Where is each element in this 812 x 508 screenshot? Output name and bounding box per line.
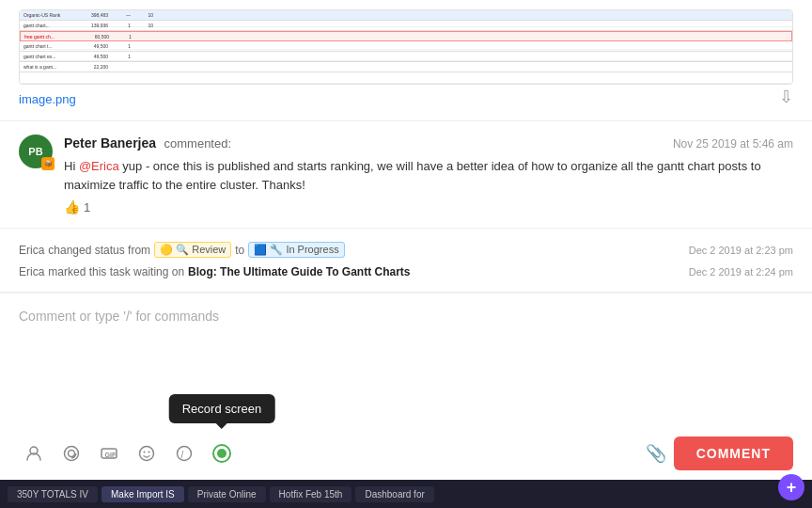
svg-point-5 (140, 447, 154, 461)
image-table-mock: Organic-US Rank 398,483 — 10 gantt chart… (20, 10, 792, 84)
svg-text:GIF: GIF (105, 452, 117, 458)
record-icon-circle (212, 444, 231, 463)
emoji-icon[interactable] (132, 438, 162, 468)
taskbar-item-1[interactable]: Make Import IS (102, 486, 184, 502)
taskbar: 350Y TOTALS IV Make Import IS Private On… (0, 480, 812, 508)
image-preview: Organic-US Rank 398,483 — 10 gantt chart… (19, 9, 793, 85)
activity-section: Erica changed status from 🟡 🔍 Review to … (0, 229, 812, 293)
comment-button[interactable]: COMMENT (674, 437, 793, 470)
activity-link[interactable]: Blog: The Ultimate Guide To Gantt Charts (188, 265, 410, 278)
svg-text:/: / (181, 450, 184, 460)
activity-actor-2: Erica (19, 265, 44, 278)
record-screen-icon[interactable]: Record screen (207, 438, 237, 468)
activity-timestamp-2: Dec 2 2019 at 2:24 pm (689, 266, 793, 278)
activity-arrow-1: to (235, 244, 244, 257)
like-count: 1 (84, 200, 90, 214)
image-filename[interactable]: image.png (19, 92, 76, 106)
avatar: PB 📦 (19, 135, 53, 168)
mention-icon[interactable] (56, 438, 86, 468)
svg-point-7 (148, 452, 150, 453)
svg-point-6 (144, 452, 146, 453)
status-badge-from: 🟡 🔍 Review (154, 242, 231, 258)
taskbar-item-0[interactable]: 350Y TOTALS IV (8, 486, 98, 502)
download-icon[interactable]: ⇩ (779, 87, 793, 107)
taskbar-item-3[interactable]: Hotfix Feb 15th (270, 486, 352, 502)
thumbs-up-icon[interactable]: 👍 (64, 199, 80, 214)
svg-point-8 (178, 447, 192, 461)
activity-row-2: Erica marked this task waiting on Blog: … (19, 262, 793, 282)
comment-text-after-mention: yup - once this is published and starts … (64, 159, 761, 192)
input-section: Comment or type '/' for commands (0, 293, 812, 480)
avatar-initials: PB (28, 146, 42, 157)
activity-timestamp-1: Dec 2 2019 at 2:23 pm (689, 245, 793, 256)
comment-block: PB 📦 Peter Banerjea commented: Nov 25 20… (0, 121, 812, 229)
like-area: 👍 1 (64, 199, 793, 214)
activity-left-2: Erica marked this task waiting on Blog: … (19, 265, 411, 278)
fab-button[interactable]: + (778, 474, 804, 500)
svg-point-1 (69, 451, 75, 457)
record-screen-tooltip: Record screen (169, 394, 275, 423)
commenter-name: Peter Banerjea (64, 135, 156, 151)
avatar-badge: 📦 (41, 157, 55, 170)
status-badge-to: 🟦 🔧 In Progress (248, 242, 344, 258)
taskbar-item-2[interactable]: Private Online (188, 486, 266, 502)
comment-header: Peter Banerjea commented: Nov 25 2019 at… (64, 135, 793, 151)
comment-timestamp: Nov 25 2019 at 5:46 am (673, 137, 793, 151)
activity-action-1: changed status from (48, 244, 150, 257)
toolbar-left: GIF / (19, 438, 237, 468)
comment-mention[interactable]: @Erica (79, 159, 119, 173)
activity-action-2: marked this task waiting on (48, 265, 184, 278)
commented-label: commented: (164, 136, 232, 151)
slash-command-icon[interactable]: / (169, 438, 199, 468)
comment-text-before-mention: Hi (64, 159, 79, 173)
activity-row-1: Erica changed status from 🟡 🔍 Review to … (19, 238, 793, 262)
comment-author-line: Peter Banerjea commented: (64, 135, 231, 151)
taskbar-item-4[interactable]: Dashboard for (355, 486, 433, 502)
toolbar-right: 📎 COMMENT (646, 437, 793, 470)
activity-actor-1: Erica (19, 244, 44, 257)
gif-icon[interactable]: GIF (94, 438, 124, 468)
assign-icon[interactable] (19, 438, 49, 468)
activity-left-1: Erica changed status from 🟡 🔍 Review to … (19, 242, 345, 258)
image-section: Organic-US Rank 398,483 — 10 gantt chart… (0, 0, 812, 121)
comment-input[interactable]: Comment or type '/' for commands (19, 305, 793, 333)
comment-body: Peter Banerjea commented: Nov 25 2019 at… (64, 135, 793, 214)
comment-text: Hi @Erica yup - once this is published a… (64, 157, 793, 194)
main-container: Organic-US Rank 398,483 — 10 gantt chart… (0, 0, 812, 508)
attach-icon[interactable]: 📎 (646, 443, 666, 464)
input-toolbar: GIF / (19, 437, 793, 470)
